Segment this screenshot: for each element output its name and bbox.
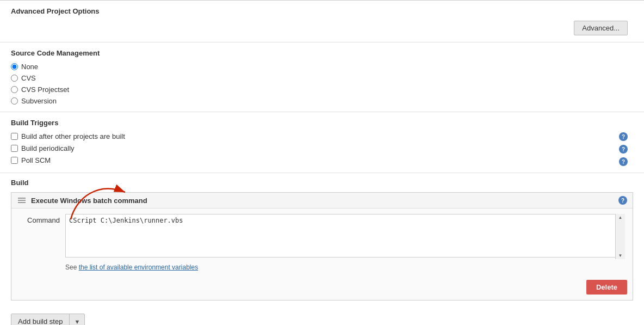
trigger-poll-scm-label: Poll SCM [21,156,51,164]
scroll-down-arrow[interactable]: ▼ [618,253,623,258]
trigger-after-other-label: Build after other projects are built [21,132,125,140]
drag-line-1 [18,198,26,199]
advanced-project-options-title: Advanced Project Options [11,7,633,15]
env-vars-link-row: See the list of available environment va… [65,263,625,271]
delete-button[interactable]: Delete [586,280,627,295]
source-code-management-title: Source Code Management [11,49,633,57]
env-vars-prefix: See [65,263,79,271]
add-build-step-label[interactable]: Add build step [11,314,70,325]
trigger-after-other[interactable]: Build after other projects are built [11,132,619,140]
scroll-up-arrow[interactable]: ▲ [618,215,623,220]
radio-subversion-input[interactable] [11,97,18,105]
radio-cvs-projectset-label: CVS Projectset [21,85,69,94]
page-container: Advanced Project Options Advanced... Sou… [0,0,644,325]
trigger-help-icons: ? ? ? [619,132,633,166]
drag-line-3 [18,202,26,203]
radio-cvs-label: CVS [21,74,36,82]
radio-none-label: None [21,63,38,71]
command-label: Command [19,214,60,224]
command-input-area: ▲ ▼ [65,214,625,259]
add-build-step-chevron[interactable]: ▼ [70,315,84,326]
env-vars-link[interactable]: the list of available environment variab… [79,263,198,271]
source-code-radio-group: None CVS CVS Projectset Subversion [11,63,633,105]
trigger-poll-scm-checkbox[interactable] [11,157,18,164]
command-textarea[interactable] [65,214,625,257]
build-triggers-section: Build Triggers Build after other project… [0,112,644,173]
radio-subversion-label: Subversion [21,97,57,105]
drag-handle[interactable] [17,197,27,204]
build-step-header: Execute Windows batch command ? [11,193,633,209]
build-step-body: Command ▲ ▼ [11,209,633,277]
radio-cvs[interactable]: CVS [11,74,633,82]
radio-cvs-projectset[interactable]: CVS Projectset [11,85,633,94]
radio-none-input[interactable] [11,63,18,70]
source-code-management-section: Source Code Management None CVS CVS Proj… [0,42,644,112]
trigger-items: Build after other projects are built Bui… [11,132,619,164]
trigger-periodically-label: Build periodically [21,144,75,152]
help-icon-after-other[interactable]: ? [619,132,628,141]
advanced-button[interactable]: Advanced... [574,21,628,35]
help-icon-poll-scm[interactable]: ? [619,157,628,166]
delete-row: Delete [11,277,633,300]
build-step-help-icon[interactable]: ? [618,196,627,205]
trigger-periodically[interactable]: Build periodically [11,144,619,152]
help-icon-periodically[interactable]: ? [619,145,628,154]
build-step-card: Execute Windows batch command ? Command … [11,192,633,301]
bottom-bar: Add build step ▼ [0,306,644,325]
build-step-name: Execute Windows batch command [31,197,147,205]
trigger-poll-scm[interactable]: Poll SCM [11,156,619,164]
radio-none[interactable]: None [11,63,633,71]
build-section-title: Build [11,179,633,187]
trigger-periodically-checkbox[interactable] [11,145,18,152]
drag-line-2 [18,200,26,201]
radio-cvs-input[interactable] [11,75,18,82]
radio-subversion[interactable]: Subversion [11,97,633,105]
build-step-title-row: Execute Windows batch command [17,197,147,205]
advanced-project-options-section: Advanced Project Options Advanced... [0,1,644,42]
scrollbar: ▲ ▼ [615,214,625,259]
build-section: Build Execute Windows batch command ? Co… [0,173,644,301]
radio-cvs-projectset-input[interactable] [11,86,18,93]
trigger-after-other-checkbox[interactable] [11,133,18,140]
add-build-step-button[interactable]: Add build step ▼ [11,314,85,325]
command-form-row: Command ▲ ▼ [19,214,625,259]
build-triggers-title: Build Triggers [11,119,633,127]
